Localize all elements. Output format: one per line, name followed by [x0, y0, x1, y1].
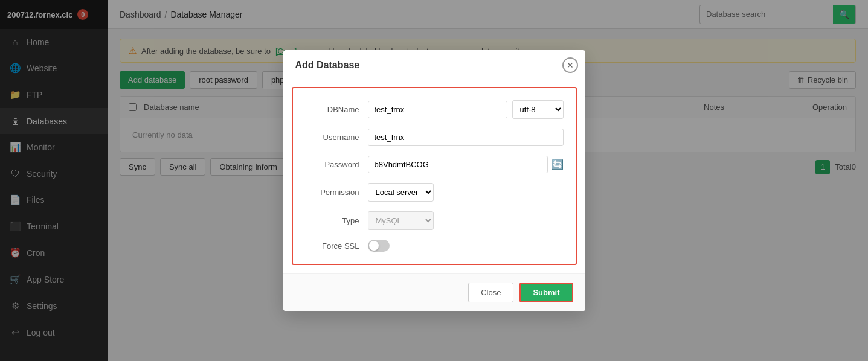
dbname-row: DBName utf-8 utf8mb4 latin1 — [305, 100, 564, 119]
submit-button[interactable]: Submit — [519, 283, 573, 302]
dbname-input[interactable] — [368, 101, 507, 118]
password-label: Password — [305, 160, 359, 169]
forcessl-row: Force SSL — [305, 240, 564, 252]
modal-overlay: Add Database ✕ DBName utf-8 utf8mb4 lati… — [0, 0, 868, 361]
modal-form: DBName utf-8 utf8mb4 latin1 Username Pas… — [292, 87, 577, 265]
dbname-label: DBName — [305, 105, 359, 114]
modal-close-button[interactable]: ✕ — [562, 57, 578, 73]
permission-label: Permission — [305, 188, 359, 197]
close-button[interactable]: Close — [468, 283, 513, 302]
type-row: Type MySQL PostgreSQL — [305, 211, 564, 230]
permission-select[interactable]: Local server All servers — [368, 183, 434, 202]
type-label: Type — [305, 216, 359, 225]
forcessl-label: Force SSL — [305, 241, 359, 251]
modal-footer: Close Submit — [283, 273, 585, 311]
modal-title: Add Database — [283, 50, 585, 78]
username-label: Username — [305, 133, 359, 142]
toggle-knob — [369, 241, 379, 251]
type-select[interactable]: MySQL PostgreSQL — [368, 211, 434, 230]
add-database-modal: Add Database ✕ DBName utf-8 utf8mb4 lati… — [283, 50, 585, 311]
permission-row: Permission Local server All servers — [305, 183, 564, 202]
password-input[interactable] — [368, 156, 548, 173]
username-row: Username — [305, 129, 564, 146]
forcessl-toggle[interactable] — [368, 240, 390, 252]
refresh-password-button[interactable]: 🔄 — [551, 159, 564, 170]
charset-select[interactable]: utf-8 utf8mb4 latin1 — [512, 100, 564, 119]
password-row: Password 🔄 — [305, 156, 564, 173]
username-input[interactable] — [368, 129, 564, 146]
